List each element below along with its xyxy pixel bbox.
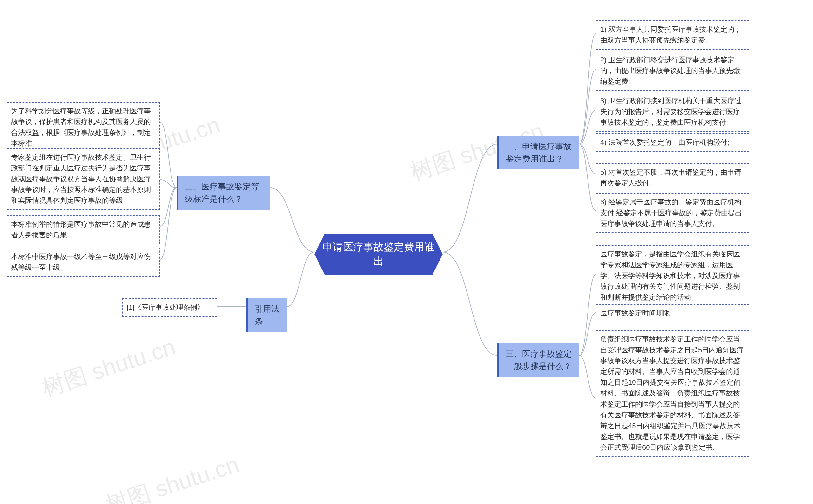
branch-2-label: 二、医疗事故鉴定等级标准是什么？ [185,182,259,204]
branch-4-label: 引用法条 [255,304,279,326]
mindmap-canvas: 树图 shutu.cn 树图 shutu.cn 树图 shutu.cn 树图 s… [0,0,813,504]
leaf-b3-1[interactable]: 医疗事故鉴定，是指由医学会组织有关临床医学专家和法医学专家组成的专家组，运用医学… [596,245,749,307]
leaf-b1-3[interactable]: 3) 卫生行政部门接到医疗机构关于重大医疗过失行为的报告后，对需要移交医学会进行… [596,92,749,132]
branch-3-label: 三、医疗事故鉴定一般步骤是什么？ [506,349,572,371]
leaf-b1-1[interactable]: 1) 双方当事人共同委托医疗事故技术鉴定的，由双方当事人协商预先缴纳鉴定费; [596,20,749,50]
watermark: 树图 shutu.cn [102,449,243,504]
branch-1[interactable]: 一、申请医疗事故鉴定费用谁出？ [497,136,579,169]
leaf-b2-2[interactable]: 专家鉴定组在进行医疗事故技术鉴定、卫生行政部门在判定重大医疗过失行为是否为医疗事… [7,148,160,210]
leaf-b2-1[interactable]: 为了科学划分医疗事故等级，正确处理医疗事故争议，保护患者和医疗机构及其医务人员的… [7,102,160,153]
leaf-b1-2[interactable]: 2) 卫生行政部门移交进行医疗事故技术鉴定的，由提出医疗事故争议处理的当事人预先… [596,51,749,91]
leaf-b3-2[interactable]: 医疗事故鉴定时间期限 [596,304,749,322]
leaf-b2-4[interactable]: 本标准中医疗事故一级乙等至三级戊等对应伤残等级一至十级。 [7,248,160,277]
leaf-b2-3[interactable]: 本标准例举的情形是医疗事故中常见的造成患者人身损害的后果。 [7,215,160,244]
leaf-b3-3[interactable]: 负责组织医疗事故技术鉴定工作的医学会应当自受理医疗事故技术鉴定之日起5日内通知医… [596,330,749,457]
branch-3[interactable]: 三、医疗事故鉴定一般步骤是什么？ [497,343,579,377]
leaf-b1-4[interactable]: 4) 法院首次委托鉴定的，由医疗机构缴付; [596,133,749,152]
leaf-b4-1[interactable]: [1]《医疗事故处理条例》 [122,298,217,317]
branch-1-label: 一、申请医疗事故鉴定费用谁出？ [506,142,572,163]
branch-4[interactable]: 引用法条 [246,298,287,332]
leaf-b1-5[interactable]: 5) 对首次鉴定不服，再次申请鉴定的，由申请再次鉴定人缴付; [596,163,749,192]
watermark: 树图 shutu.cn [38,332,179,403]
leaf-b1-6[interactable]: 6) 经鉴定属于医疗事故的，鉴定费由医疗机构支付;经鉴定不属于医疗事故的，鉴定费… [596,193,749,233]
branch-2[interactable]: 二、医疗事故鉴定等级标准是什么？ [177,176,270,210]
center-node[interactable]: 申请医疗事故鉴定费用谁出 [314,234,443,275]
